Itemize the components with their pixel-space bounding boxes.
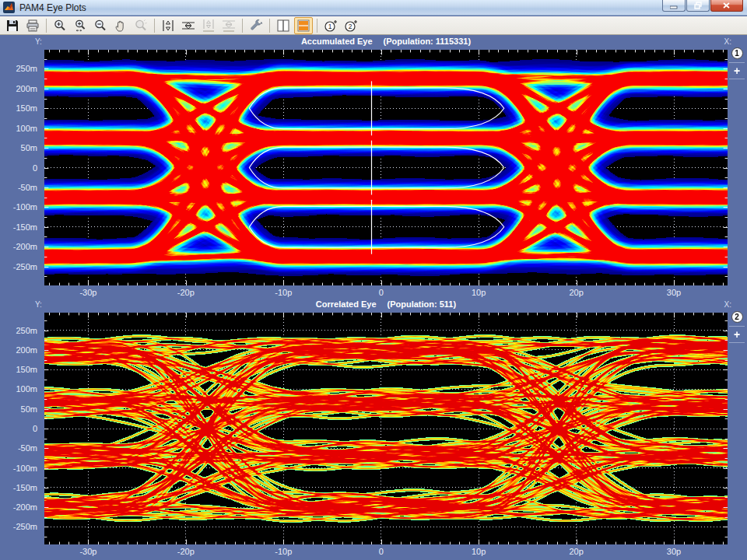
app-icon <box>3 2 15 13</box>
plot1-y-tick-labels: 250m200m150m100m50m0-50m-100m-150m-200m-… <box>0 50 40 285</box>
y-tick-label: -250m <box>13 522 37 531</box>
x-tick-label: 10p <box>472 288 486 297</box>
x-tick-label: 30p <box>667 547 681 556</box>
separator <box>729 79 745 79</box>
floppy-icon <box>5 19 19 33</box>
restore-button[interactable] <box>686 0 710 12</box>
horizontal-markers-reset-button[interactable] <box>219 17 238 34</box>
plot2-x-axis-prefix: X: <box>724 300 731 309</box>
y-tick-label: 50m <box>21 143 37 152</box>
horizontal-markers-button[interactable] <box>179 17 198 34</box>
y-tick-label: -150m <box>13 222 37 232</box>
vertical-markers-reset-icon <box>201 19 216 33</box>
vertical-markers-icon <box>160 19 176 33</box>
x-tick-label: 30p <box>667 288 681 297</box>
y-tick-label: 250m <box>16 64 37 73</box>
y-tick-label: 0 <box>33 424 37 433</box>
minimize-button[interactable] <box>662 0 686 12</box>
separator <box>729 62 745 63</box>
plot1-header: Y: Accumulated Eye(Population: 1115331) … <box>0 37 747 48</box>
plot2-side-controls: 2 + <box>727 311 747 346</box>
add-plot-2-button[interactable]: 2 <box>342 17 360 34</box>
close-icon <box>723 2 731 9</box>
add-plot-1-button[interactable]: 1 <box>321 17 340 34</box>
x-tick-label: 0 <box>379 547 384 556</box>
restore-icon <box>694 2 703 9</box>
plot1-add-button[interactable]: + <box>727 66 747 75</box>
y-tick-label: 200m <box>16 84 37 93</box>
plot2-y-axis-prefix: Y: <box>35 300 42 309</box>
toolbar-separator <box>46 19 47 33</box>
toolbar: 1 2 <box>0 16 747 35</box>
plot2-y-tick-labels: 250m200m150m100m50m0-50m-100m-150m-200m-… <box>0 313 40 544</box>
plot2-header: Y: Correlated Eye(Population: 511) X: <box>0 299 747 311</box>
magnifier-minus-icon <box>93 19 107 33</box>
circle-2-plus-icon: 2 <box>344 19 359 33</box>
zoom-x-axis-button[interactable] <box>71 17 89 34</box>
layout-stacked-button[interactable] <box>294 17 313 34</box>
x-tick-label: 20p <box>569 547 583 556</box>
app-window: PAM4 Eye Plots <box>0 0 747 560</box>
horizontal-markers-icon <box>181 19 196 33</box>
toolbar-separator <box>317 19 317 33</box>
settings-button[interactable] <box>247 17 265 34</box>
toolbar-separator <box>269 19 270 33</box>
svg-text:1: 1 <box>328 23 331 30</box>
plot2-x-tick-labels: -30p-20p-10p010p20p30p <box>44 546 728 557</box>
minimize-icon <box>670 2 678 9</box>
plot1-y-axis-prefix: Y: <box>35 37 42 46</box>
x-tick-label: 0 <box>379 288 384 297</box>
y-tick-label: 100m <box>16 124 37 133</box>
x-tick-label: -20p <box>177 288 195 297</box>
figure-area: Y: Accumulated Eye(Population: 1115331) … <box>0 35 747 560</box>
y-tick-label: -150m <box>13 483 37 492</box>
plot1-title: Accumulated Eye(Population: 1115331) <box>44 37 728 46</box>
split-vertical-icon <box>276 19 290 33</box>
y-tick-label: 50m <box>21 404 37 414</box>
toolbar-separator <box>154 19 155 33</box>
plot1-population: (Population: 1115331) <box>384 37 471 46</box>
plot1-badge: 1 <box>731 47 743 59</box>
x-tick-label: 10p <box>472 547 486 556</box>
titlebar[interactable]: PAM4 Eye Plots <box>0 0 747 16</box>
x-tick-label: -10p <box>275 288 292 297</box>
separator <box>729 342 745 343</box>
y-tick-label: -100m <box>13 464 37 473</box>
plot1-x-tick-labels: -30p-20p-10p010p20p30p <box>44 287 728 298</box>
close-button[interactable] <box>710 0 743 12</box>
x-tick-label: -10p <box>275 547 292 556</box>
window-controls <box>661 0 743 12</box>
zoom-cursor-button[interactable] <box>132 17 150 34</box>
accumulated-eye-plot[interactable] <box>44 50 728 285</box>
zoom-out-button[interactable] <box>91 17 110 34</box>
zoom-in-button[interactable] <box>51 17 69 34</box>
x-tick-label: -20p <box>177 547 195 556</box>
y-tick-label: -100m <box>13 202 37 212</box>
vertical-markers-reset-button[interactable] <box>199 17 218 34</box>
y-tick-label: 250m <box>16 326 37 335</box>
magnifier-gray-icon <box>134 19 148 33</box>
window-title: PAM4 Eye Plots <box>19 0 86 16</box>
printer-icon <box>26 19 40 33</box>
y-tick-label: 0 <box>33 163 37 173</box>
y-tick-label: -50m <box>18 183 37 192</box>
plot2-add-button[interactable]: + <box>727 330 747 339</box>
magnifier-plus-icon <box>53 19 67 33</box>
vertical-markers-button[interactable] <box>159 17 177 34</box>
x-tick-label: -30p <box>79 288 96 297</box>
hand-icon <box>114 19 128 33</box>
correlated-eye-plot[interactable] <box>44 313 728 544</box>
pan-button[interactable] <box>111 17 130 34</box>
y-tick-label: 150m <box>16 103 37 113</box>
plot2-badge: 2 <box>731 311 743 323</box>
print-button[interactable] <box>23 17 42 34</box>
save-button[interactable] <box>3 17 22 34</box>
magnifier-plus-arrows-icon <box>73 19 87 33</box>
plot1-title-text: Accumulated Eye <box>301 37 373 46</box>
y-tick-label: 200m <box>16 345 37 355</box>
layout-side-by-side-button[interactable] <box>274 17 293 34</box>
x-tick-label: -30p <box>79 547 96 556</box>
x-tick-label: 20p <box>569 288 583 297</box>
split-horizontal-icon <box>296 19 310 33</box>
horizontal-markers-reset-icon <box>221 19 237 33</box>
